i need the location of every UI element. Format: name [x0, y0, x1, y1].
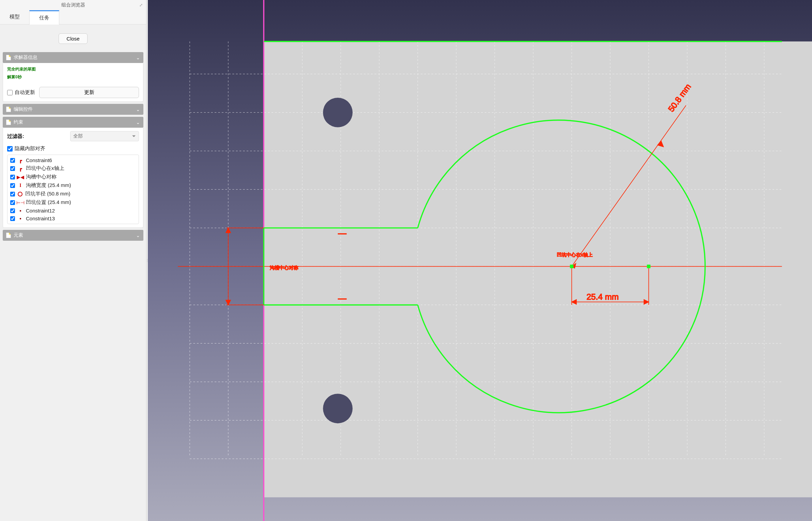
- close-button[interactable]: Close: [59, 33, 87, 44]
- slot-sym-label: 沟槽中心对称: [270, 265, 298, 270]
- section-elements-title: 元素: [14, 232, 136, 238]
- constraint-item[interactable]: ┏Constraint6: [7, 156, 139, 164]
- constraint-list[interactable]: ┏Constraint6┏凹坑中心在x轴上▶◀沟槽中心对称I沟槽宽度 (25.4…: [7, 155, 139, 224]
- hide-internal-label: 隐藏内部对齐: [15, 145, 45, 152]
- constraint-label: 凹坑位置 (25.4 mm): [26, 199, 71, 206]
- document-icon: [6, 107, 11, 112]
- task-body: Close 求解器信息 ⌃ 完全约束的草图 解算0秒 自动更新 更新: [0, 25, 146, 521]
- dim-disth-text: 25.4 mm: [587, 292, 619, 301]
- constraint-checkbox[interactable]: [10, 183, 15, 188]
- constraint-checkbox[interactable]: [10, 192, 15, 196]
- constraint-label: 沟槽宽度 (25.4 mm): [26, 182, 71, 189]
- constraint-item[interactable]: ●Constraint13: [7, 215, 139, 222]
- sketch-viewport[interactable]: 50.8 mm 25.4 mm 凹坑中心在x轴上 沟槽中心对称: [148, 0, 812, 521]
- section-solver-title: 求解器信息: [14, 54, 136, 61]
- constraint-item[interactable]: ▶◀沟槽中心对称: [7, 173, 139, 181]
- constraint-item[interactable]: ┏凹坑中心在x轴上: [7, 164, 139, 173]
- hide-internal-checkbox[interactable]: 隐藏内部对齐: [7, 145, 139, 152]
- chevron-down-icon: ⌃: [136, 233, 140, 238]
- chevron-down-icon: ⌃: [136, 120, 140, 125]
- section-solver-header[interactable]: 求解器信息 ⌃: [3, 52, 143, 63]
- svg-marker-43: [226, 300, 231, 305]
- svg-rect-47: [647, 265, 650, 268]
- constraint-label: 凹坑中心在x轴上: [26, 165, 64, 172]
- sketch-canvas-svg[interactable]: 50.8 mm 25.4 mm 凹坑中心在x轴上 沟槽中心对称: [148, 0, 812, 521]
- section-constraints: 约束 ⌃ 过滤器: 全部 隐藏内部对齐 ┏Constraint6┏凹坑中心在x轴…: [3, 117, 143, 228]
- update-button[interactable]: 更新: [39, 87, 139, 98]
- tangent-icon: ┏: [18, 158, 23, 163]
- section-edit-controls: 编辑控件 ⌃: [3, 104, 143, 115]
- document-icon: [6, 120, 11, 125]
- auto-update-input[interactable]: [7, 90, 13, 95]
- constraint-label: Constraint12: [26, 208, 55, 214]
- tab-model[interactable]: 模型: [0, 10, 29, 24]
- constraint-label: 凹坑半径 (50.8 mm): [25, 191, 71, 197]
- panel-collapse-icon[interactable]: ⤢: [139, 3, 143, 7]
- panel-header: 组合浏览器 ⤢: [0, 0, 146, 10]
- hole-bottom: [323, 394, 353, 423]
- constraint-label: Constraint6: [26, 157, 52, 163]
- section-constraints-header[interactable]: 约束 ⌃: [3, 117, 143, 128]
- section-solver: 求解器信息 ⌃ 完全约束的草图 解算0秒 自动更新 更新: [3, 52, 143, 102]
- section-elements: 元素 ⌃: [3, 230, 143, 241]
- constraint-checkbox[interactable]: [10, 208, 15, 213]
- section-constraints-content: 过滤器: 全部 隐藏内部对齐 ┏Constraint6┏凹坑中心在x轴上▶◀沟槽…: [3, 128, 143, 228]
- section-solver-content: 完全约束的草图 解算0秒 自动更新 更新: [3, 63, 143, 102]
- constraint-checkbox[interactable]: [10, 158, 15, 163]
- document-icon: [6, 233, 11, 238]
- chevron-down-icon: ⌃: [136, 107, 140, 112]
- svg-marker-42: [226, 228, 231, 233]
- center-on-x-label: 凹坑中心在x轴上: [557, 252, 593, 257]
- panel-title: 组合浏览器: [61, 2, 85, 8]
- constraint-item[interactable]: ⊢⊣凹坑位置 (25.4 mm): [7, 198, 139, 207]
- point-icon: ●: [18, 208, 23, 214]
- auto-update-checkbox[interactable]: 自动更新: [7, 89, 35, 96]
- section-edit-header[interactable]: 编辑控件 ⌃: [3, 104, 143, 115]
- symmetry-icon: ▶◀: [18, 174, 23, 180]
- constraint-checkbox[interactable]: [10, 175, 15, 179]
- constraint-checkbox[interactable]: [10, 166, 15, 171]
- solver-status-2: 解算0秒: [7, 74, 139, 80]
- solver-status-1: 完全约束的草图: [7, 66, 139, 72]
- filter-select[interactable]: 全部: [70, 131, 139, 141]
- combo-browser-panel: 组合浏览器 ⤢ 模型 任务 Close 求解器信息 ⌃ 完全约束的草图 解算0秒…: [0, 0, 146, 521]
- constraint-label: Constraint13: [26, 216, 55, 221]
- section-elements-header[interactable]: 元素 ⌃: [3, 230, 143, 241]
- tab-bar: 模型 任务: [0, 10, 146, 25]
- constraint-item[interactable]: ●Constraint12: [7, 207, 139, 215]
- point-icon: ●: [18, 216, 23, 221]
- constraint-label: 沟槽中心对称: [26, 174, 57, 180]
- chevron-down-icon: ⌃: [136, 55, 140, 60]
- auto-update-label: 自动更新: [15, 89, 35, 96]
- section-edit-title: 编辑控件: [14, 106, 136, 112]
- vertical-distance-icon: I: [18, 183, 23, 188]
- constraint-item[interactable]: I沟槽宽度 (25.4 mm): [7, 181, 139, 190]
- hide-internal-input[interactable]: [7, 146, 13, 152]
- filter-label: 过滤器:: [7, 133, 70, 140]
- radius-icon: [18, 192, 22, 196]
- tangent-icon: ┏: [18, 166, 23, 171]
- constraint-checkbox[interactable]: [10, 200, 15, 205]
- svg-rect-46: [570, 265, 573, 268]
- document-icon: [6, 55, 11, 60]
- constraint-item[interactable]: 凹坑半径 (50.8 mm): [7, 190, 139, 198]
- tab-tasks[interactable]: 任务: [29, 10, 59, 25]
- constraint-checkbox[interactable]: [10, 216, 15, 221]
- horizontal-distance-icon: ⊢⊣: [18, 200, 23, 205]
- section-constraints-title: 约束: [14, 119, 136, 125]
- hole-top: [323, 98, 353, 127]
